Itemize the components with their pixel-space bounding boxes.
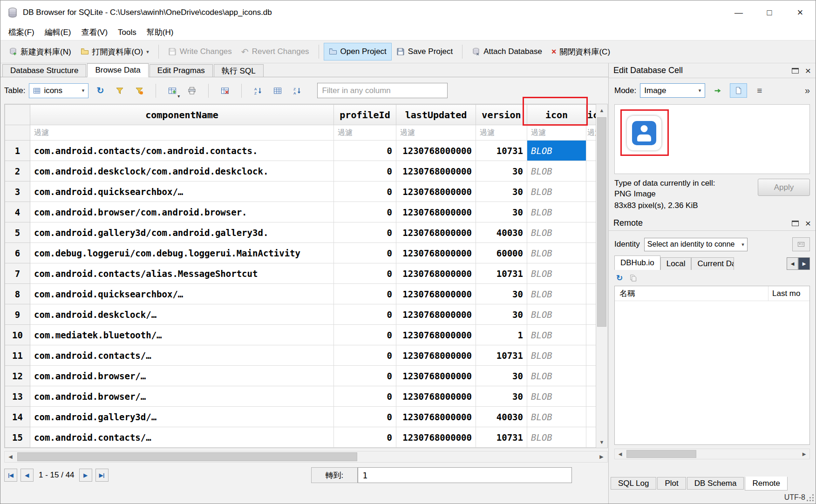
cell-icon[interactable]: BLOB: [527, 427, 586, 448]
close-button[interactable]: ×: [785, 0, 816, 25]
col-lastUpdated[interactable]: lastUpdated: [396, 105, 476, 125]
close-panel-icon[interactable]: ×: [805, 218, 811, 228]
corner-header[interactable]: [5, 105, 30, 125]
identity-settings-button[interactable]: [792, 237, 810, 251]
cell-version[interactable]: 30: [476, 386, 527, 407]
filter-icon[interactable]: 過濾: [527, 125, 586, 141]
cell-profileId[interactable]: 0: [334, 141, 396, 161]
cell-componentName[interactable]: com.android.contacts/…: [30, 345, 334, 366]
tab-plot[interactable]: Plot: [657, 477, 686, 490]
cell-componentName[interactable]: com.mediatek.bluetooth/…: [30, 325, 334, 345]
filter-componentName[interactable]: 過濾: [30, 125, 334, 141]
overflow-chevron-icon[interactable]: »: [805, 85, 810, 96]
cell-lastUpdated[interactable]: 1230768000000: [396, 304, 476, 325]
print-button[interactable]: [184, 83, 200, 98]
refresh-button[interactable]: ↻: [92, 83, 108, 98]
cell-extra[interactable]: [586, 222, 597, 243]
filter-lastUpdated[interactable]: 過濾: [396, 125, 476, 141]
tab-scroll-right-button[interactable]: ▶: [798, 257, 810, 270]
row-number[interactable]: 11: [5, 345, 30, 366]
open-database-dropdown[interactable]: ▾: [146, 49, 149, 55]
cell-extra[interactable]: [586, 161, 597, 181]
cell-lastUpdated[interactable]: 1230768000000: [396, 202, 476, 222]
open-database-button[interactable]: 打開資料庫(O) ▾: [76, 43, 154, 61]
cell-extra[interactable]: [586, 202, 597, 222]
cell-componentName[interactable]: com.android.browser/…: [30, 386, 334, 407]
cell-extra[interactable]: [586, 141, 597, 161]
filter-profileId[interactable]: 過濾: [334, 125, 396, 141]
cell-version[interactable]: 30: [476, 366, 527, 386]
text-mode-button[interactable]: [730, 83, 747, 98]
cell-lastUpdated[interactable]: 1230768000000: [396, 427, 476, 448]
vertical-scrollbar[interactable]: ▲ ▼: [596, 104, 607, 448]
cell-extra[interactable]: [586, 407, 597, 427]
cell-lastUpdated[interactable]: 1230768000000: [396, 181, 476, 202]
scroll-left-icon[interactable]: ◀: [5, 451, 16, 462]
tab-browse-data[interactable]: Browse Data: [87, 63, 148, 77]
scroll-down-icon[interactable]: ▼: [596, 436, 607, 448]
tab-dbhub[interactable]: DBHub.io: [614, 255, 660, 270]
cell-profileId[interactable]: 0: [334, 325, 396, 345]
tab-remote[interactable]: Remote: [745, 477, 788, 491]
list-mode-button[interactable]: ≡: [751, 83, 768, 98]
cell-version[interactable]: 30: [476, 304, 527, 325]
filter-ic-partial[interactable]: 過濾: [586, 125, 597, 141]
cell-extra[interactable]: [586, 284, 597, 304]
cell-version[interactable]: 1: [476, 325, 527, 345]
cell-componentName[interactable]: com.debug.loggerui/com.debug.loggerui.Ma…: [30, 243, 334, 263]
columns-button[interactable]: [270, 83, 286, 98]
cell-extra[interactable]: [586, 181, 597, 202]
cell-componentName[interactable]: com.android.browser/…: [30, 366, 334, 386]
resize-grip[interactable]: [812, 500, 814, 501]
cell-extra[interactable]: [586, 243, 597, 263]
name-column-header[interactable]: 名稱: [615, 286, 768, 301]
cell-profileId[interactable]: 0: [334, 243, 396, 263]
cell-profileId[interactable]: 0: [334, 304, 396, 325]
cell-extra[interactable]: [586, 304, 597, 325]
save-project-button[interactable]: Save Project: [392, 43, 457, 60]
cell-profileId[interactable]: 0: [334, 263, 396, 284]
cell-icon[interactable]: BLOB: [527, 181, 586, 202]
cell-extra[interactable]: [586, 366, 597, 386]
col-ic-partial[interactable]: ic: [586, 105, 597, 125]
clear-filters-button[interactable]: [131, 83, 147, 98]
row-number[interactable]: 3: [5, 181, 30, 202]
tab-sql-log[interactable]: SQL Log: [611, 477, 656, 490]
cell-version[interactable]: 10731: [476, 141, 527, 161]
tab-database-structure[interactable]: Database Structure: [2, 64, 86, 77]
row-number[interactable]: 6: [5, 243, 30, 263]
cell-icon[interactable]: BLOB: [527, 325, 586, 345]
cell-lastUpdated[interactable]: 1230768000000: [396, 325, 476, 345]
cell-icon[interactable]: BLOB: [527, 202, 586, 222]
last-modified-column-header[interactable]: Last mo: [768, 289, 809, 298]
cell-profileId[interactable]: 0: [334, 222, 396, 243]
filter-version[interactable]: 過濾: [476, 125, 527, 141]
cell-componentName[interactable]: com.android.gallery3d/com.android.galler…: [30, 222, 334, 243]
cell-lastUpdated[interactable]: 1230768000000: [396, 222, 476, 243]
cell-icon[interactable]: BLOB: [527, 407, 586, 427]
delete-record-button[interactable]: [217, 83, 233, 98]
cell-lastUpdated[interactable]: 1230768000000: [396, 345, 476, 366]
remote-horizontal-scrollbar[interactable]: ◀ ▶: [614, 449, 810, 459]
chevron-down-icon[interactable]: ▾: [177, 94, 180, 99]
cell-profileId[interactable]: 0: [334, 202, 396, 222]
tab-db-schema[interactable]: DB Schema: [687, 477, 744, 490]
menu-edit[interactable]: 編輯(E): [40, 25, 76, 40]
cell-version[interactable]: 60000: [476, 243, 527, 263]
cell-icon[interactable]: BLOB: [527, 345, 586, 366]
cell-version[interactable]: 30: [476, 202, 527, 222]
cell-profileId[interactable]: 0: [334, 407, 396, 427]
menu-file[interactable]: 檔案(F): [3, 25, 40, 40]
cell-version[interactable]: 30: [476, 284, 527, 304]
cell-icon[interactable]: BLOB: [527, 222, 586, 243]
menu-help[interactable]: 幫助(H): [142, 25, 179, 40]
cell-icon[interactable]: BLOB: [527, 366, 586, 386]
last-record-button[interactable]: ▶|: [95, 469, 109, 482]
cell-version[interactable]: 40030: [476, 407, 527, 427]
float-panel-icon[interactable]: [792, 221, 799, 226]
row-number[interactable]: 15: [5, 427, 30, 448]
sort-desc-button[interactable]: ZA: [289, 83, 305, 98]
mode-select[interactable]: Image ▾: [640, 83, 705, 98]
goto-button[interactable]: 轉到:: [311, 467, 358, 483]
cell-version[interactable]: 10731: [476, 427, 527, 448]
